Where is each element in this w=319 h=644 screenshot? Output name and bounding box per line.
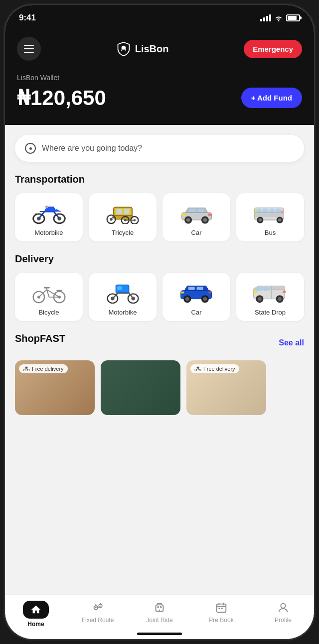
nav-profile[interactable]: Profile (252, 601, 314, 624)
emergency-button[interactable]: Emergency (244, 40, 302, 58)
bicycle-icon (30, 281, 68, 304)
svg-rect-50 (188, 287, 194, 290)
tricycle-icon (104, 202, 142, 224)
status-time: 9:41 (19, 13, 36, 23)
delivery-title: Delivery (15, 253, 304, 265)
svg-rect-51 (196, 287, 203, 290)
car-card[interactable]: Car (162, 193, 230, 241)
shopfast-scroll: Free delivery (15, 360, 304, 415)
wallet-amount: ₦120,650 (17, 86, 106, 110)
free-delivery-badge-3: Free delivery (190, 364, 239, 373)
notch (125, 5, 194, 21)
wallet-section: LisBon Wallet ₦120,650 + Add Fund (5, 69, 314, 125)
menu-line-2 (24, 48, 34, 49)
state-drop-image (250, 280, 290, 305)
bus-image (250, 200, 290, 225)
free-delivery-text-3: Free delivery (203, 366, 235, 372)
fixed-route-icon (91, 601, 105, 615)
svg-point-87 (281, 604, 285, 608)
home-indicator (137, 633, 182, 635)
nav-joint-ride[interactable]: Joint Ride (129, 601, 190, 624)
nav-fixed-route[interactable]: Fixed Route (67, 601, 129, 624)
delivery-grid: Bicycle (15, 273, 304, 321)
svg-rect-35 (254, 211, 257, 214)
motorbike-card[interactable]: Motorbike (15, 193, 83, 241)
delivery-section: Delivery (5, 241, 314, 321)
svg-point-22 (203, 218, 207, 222)
fixed-route-label: Fixed Route (82, 617, 114, 624)
nav-home[interactable]: Home (5, 601, 67, 628)
location-dot (29, 147, 32, 150)
van-icon (252, 281, 289, 304)
svg-rect-57 (208, 291, 211, 293)
search-bar[interactable]: Where are you going today? (15, 135, 304, 162)
svg-rect-86 (221, 608, 223, 609)
delivery-car-card[interactable]: Car (162, 273, 230, 321)
home-label: Home (27, 621, 44, 628)
profile-label: Profile (275, 617, 292, 624)
svg-rect-59 (255, 287, 262, 291)
phone-screen: 9:41 (5, 5, 314, 639)
pre-book-label: Pre Book (209, 617, 233, 624)
shop-card-1[interactable]: Free delivery (15, 360, 95, 415)
free-delivery-text-1: Free delivery (32, 366, 64, 372)
svg-rect-17 (189, 209, 195, 212)
svg-point-64 (278, 297, 282, 301)
svg-point-42 (58, 289, 60, 291)
app-header: LisBon Emergency (5, 31, 314, 69)
svg-point-4 (45, 205, 48, 208)
shop-card-2[interactable] (101, 360, 180, 415)
joint-ride-svg (153, 601, 166, 614)
svg-rect-18 (197, 209, 204, 212)
delivery-car-icon (178, 281, 215, 304)
svg-point-20 (186, 218, 190, 222)
route-icon (91, 601, 104, 614)
main-content: Where are you going today? Transportatio… (5, 125, 314, 460)
motorbike-image (29, 200, 69, 225)
tricycle-label: Tricycle (112, 229, 134, 236)
profile-icon (276, 601, 290, 615)
tricycle-card[interactable]: Tricycle (89, 193, 157, 241)
svg-rect-56 (180, 291, 184, 293)
svg-point-34 (278, 218, 281, 221)
home-icon (30, 604, 41, 615)
add-fund-button[interactable]: + Add Fund (241, 88, 302, 108)
delivery-car-label: Car (191, 309, 202, 316)
bus-icon (252, 202, 289, 224)
search-placeholder: Where are you going today? (42, 144, 142, 153)
logo-shield-icon (116, 41, 131, 56)
delivery-scooter-icon (23, 366, 30, 371)
wifi-icon (274, 14, 283, 21)
svg-rect-7 (116, 209, 122, 214)
transportation-section: Transportation (5, 162, 314, 241)
person-icon (277, 601, 290, 614)
svg-point-62 (258, 297, 262, 301)
svg-rect-23 (181, 213, 185, 215)
svg-rect-80 (160, 606, 162, 608)
bicycle-card[interactable]: Bicycle (15, 273, 83, 321)
nav-pre-book[interactable]: Pre Book (190, 601, 252, 624)
transportation-grid: Motorbike (15, 193, 304, 241)
joint-ride-label: Joint Ride (146, 617, 172, 624)
transportation-title: Transportation (15, 174, 304, 185)
shop-card-3[interactable]: Free delivery (186, 360, 266, 415)
motorbike-label: Motorbike (34, 229, 63, 236)
delivery-car-image (176, 280, 216, 305)
logo-area: LisBon (116, 41, 169, 56)
delivery-motorbike-card[interactable]: Motorbike (89, 273, 157, 321)
svg-rect-60 (264, 287, 268, 291)
joint-ride-icon (153, 601, 166, 615)
see-all-button[interactable]: See all (279, 338, 304, 347)
state-drop-card[interactable]: State Drop (236, 273, 304, 321)
menu-button[interactable] (17, 37, 41, 61)
wallet-label: LisBon Wallet (17, 74, 302, 82)
tricycle-image (103, 200, 143, 225)
logo-text: LisBon (135, 43, 169, 55)
car-image (176, 200, 216, 225)
pre-book-icon (214, 601, 228, 615)
signal-icon (260, 14, 271, 21)
shopfast-header: ShopFAST See all (15, 333, 304, 352)
menu-line-1 (24, 45, 34, 46)
bus-card[interactable]: Bus (236, 193, 304, 241)
svg-rect-66 (282, 290, 286, 293)
